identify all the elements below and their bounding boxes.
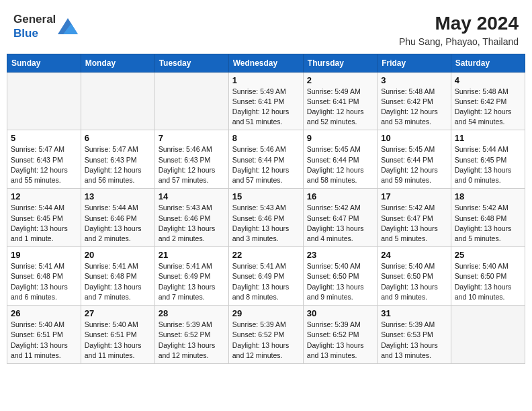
day-number: 6 [85, 133, 151, 143]
logo: General Blue [13, 12, 78, 40]
calendar-cell [7, 72, 81, 130]
day-info: Sunrise: 5:43 AM Sunset: 6:46 PM Dayligh… [232, 203, 300, 244]
day-number: 28 [159, 308, 225, 318]
calendar-cell: 16Sunrise: 5:42 AM Sunset: 6:47 PM Dayli… [303, 189, 377, 247]
day-number: 8 [232, 133, 300, 143]
day-info: Sunrise: 5:47 AM Sunset: 6:43 PM Dayligh… [85, 144, 151, 185]
day-info: Sunrise: 5:44 AM Sunset: 6:46 PM Dayligh… [85, 203, 151, 244]
day-info: Sunrise: 5:48 AM Sunset: 6:42 PM Dayligh… [455, 87, 521, 128]
day-number: 5 [11, 133, 77, 143]
day-info: Sunrise: 5:42 AM Sunset: 6:48 PM Dayligh… [455, 203, 521, 244]
day-info: Sunrise: 5:40 AM Sunset: 6:51 PM Dayligh… [85, 320, 151, 361]
day-info: Sunrise: 5:40 AM Sunset: 6:50 PM Dayligh… [307, 261, 373, 302]
day-number: 13 [85, 191, 151, 201]
day-info: Sunrise: 5:39 AM Sunset: 6:52 PM Dayligh… [159, 320, 225, 361]
month-year-title: May 2024 [399, 12, 519, 35]
day-info: Sunrise: 5:42 AM Sunset: 6:47 PM Dayligh… [307, 203, 373, 244]
day-info: Sunrise: 5:44 AM Sunset: 6:45 PM Dayligh… [11, 203, 77, 244]
day-info: Sunrise: 5:43 AM Sunset: 6:46 PM Dayligh… [159, 203, 225, 244]
day-info: Sunrise: 5:46 AM Sunset: 6:43 PM Dayligh… [159, 144, 225, 185]
day-number: 24 [381, 250, 447, 260]
week-row-1: 5Sunrise: 5:47 AM Sunset: 6:43 PM Daylig… [7, 130, 525, 189]
calendar-cell: 1Sunrise: 5:49 AM Sunset: 6:41 PM Daylig… [228, 72, 303, 130]
day-info: Sunrise: 5:48 AM Sunset: 6:42 PM Dayligh… [381, 87, 447, 128]
calendar-cell: 27Sunrise: 5:40 AM Sunset: 6:51 PM Dayli… [81, 306, 154, 364]
logo-blue-text: Blue [13, 27, 38, 40]
calendar-cell: 20Sunrise: 5:41 AM Sunset: 6:48 PM Dayli… [81, 247, 154, 306]
calendar-cell: 7Sunrise: 5:46 AM Sunset: 6:43 PM Daylig… [154, 130, 228, 189]
logo-icon [58, 18, 78, 34]
week-row-2: 12Sunrise: 5:44 AM Sunset: 6:45 PM Dayli… [7, 189, 525, 247]
calendar-header: SundayMondayTuesdayWednesdayThursdayFrid… [7, 54, 525, 72]
calendar-cell: 10Sunrise: 5:45 AM Sunset: 6:44 PM Dayli… [378, 130, 451, 189]
calendar-cell: 30Sunrise: 5:39 AM Sunset: 6:52 PM Dayli… [303, 306, 377, 364]
day-number: 7 [159, 133, 225, 143]
day-info: Sunrise: 5:49 AM Sunset: 6:41 PM Dayligh… [307, 87, 373, 128]
day-info: Sunrise: 5:42 AM Sunset: 6:47 PM Dayligh… [381, 203, 447, 244]
day-number: 16 [307, 191, 373, 201]
header-day-sunday: Sunday [7, 54, 81, 72]
calendar-cell: 24Sunrise: 5:40 AM Sunset: 6:50 PM Dayli… [378, 247, 451, 306]
calendar-cell: 25Sunrise: 5:40 AM Sunset: 6:50 PM Dayli… [451, 247, 525, 306]
header-day-friday: Friday [378, 54, 451, 72]
calendar-cell: 8Sunrise: 5:46 AM Sunset: 6:44 PM Daylig… [228, 130, 303, 189]
header-row: SundayMondayTuesdayWednesdayThursdayFrid… [7, 54, 525, 72]
day-info: Sunrise: 5:47 AM Sunset: 6:43 PM Dayligh… [11, 144, 77, 185]
day-number: 9 [307, 133, 373, 143]
calendar-cell: 12Sunrise: 5:44 AM Sunset: 6:45 PM Dayli… [7, 189, 81, 247]
day-info: Sunrise: 5:40 AM Sunset: 6:50 PM Dayligh… [455, 261, 521, 302]
week-row-3: 19Sunrise: 5:41 AM Sunset: 6:48 PM Dayli… [7, 247, 525, 306]
calendar-cell: 3Sunrise: 5:48 AM Sunset: 6:42 PM Daylig… [378, 72, 451, 130]
day-number: 22 [232, 250, 300, 260]
day-number: 23 [307, 250, 373, 260]
day-info: Sunrise: 5:41 AM Sunset: 6:49 PM Dayligh… [232, 261, 300, 302]
day-number: 21 [159, 250, 225, 260]
day-number: 25 [455, 250, 521, 260]
day-info: Sunrise: 5:41 AM Sunset: 6:49 PM Dayligh… [159, 261, 225, 302]
calendar-cell: 14Sunrise: 5:43 AM Sunset: 6:46 PM Dayli… [154, 189, 228, 247]
calendar-cell: 4Sunrise: 5:48 AM Sunset: 6:42 PM Daylig… [451, 72, 525, 130]
page-header: General Blue May 2024 Phu Sang, Phayao, … [7, 7, 525, 50]
day-info: Sunrise: 5:41 AM Sunset: 6:48 PM Dayligh… [85, 261, 151, 302]
calendar-cell: 29Sunrise: 5:39 AM Sunset: 6:52 PM Dayli… [228, 306, 303, 364]
title-block: May 2024 Phu Sang, Phayao, Thailand [399, 12, 519, 47]
calendar-table: SundayMondayTuesdayWednesdayThursdayFrid… [7, 54, 525, 364]
calendar-cell: 5Sunrise: 5:47 AM Sunset: 6:43 PM Daylig… [7, 130, 81, 189]
day-info: Sunrise: 5:45 AM Sunset: 6:44 PM Dayligh… [307, 144, 373, 185]
day-number: 4 [455, 75, 521, 85]
day-info: Sunrise: 5:49 AM Sunset: 6:41 PM Dayligh… [232, 87, 300, 128]
calendar-cell: 17Sunrise: 5:42 AM Sunset: 6:47 PM Dayli… [378, 189, 451, 247]
header-day-tuesday: Tuesday [154, 54, 228, 72]
calendar-cell [81, 72, 154, 130]
day-info: Sunrise: 5:41 AM Sunset: 6:48 PM Dayligh… [11, 261, 77, 302]
calendar-cell: 6Sunrise: 5:47 AM Sunset: 6:43 PM Daylig… [81, 130, 154, 189]
day-number: 30 [307, 308, 373, 318]
day-info: Sunrise: 5:45 AM Sunset: 6:44 PM Dayligh… [381, 144, 447, 185]
calendar-cell [154, 72, 228, 130]
day-number: 10 [381, 133, 447, 143]
calendar-cell: 18Sunrise: 5:42 AM Sunset: 6:48 PM Dayli… [451, 189, 525, 247]
day-number: 19 [11, 250, 77, 260]
day-number: 2 [307, 75, 373, 85]
day-info: Sunrise: 5:40 AM Sunset: 6:51 PM Dayligh… [11, 320, 77, 361]
day-number: 31 [381, 308, 447, 318]
day-number: 18 [455, 191, 521, 201]
header-day-thursday: Thursday [303, 54, 377, 72]
calendar-cell: 11Sunrise: 5:44 AM Sunset: 6:45 PM Dayli… [451, 130, 525, 189]
calendar-cell: 28Sunrise: 5:39 AM Sunset: 6:52 PM Dayli… [154, 306, 228, 364]
logo-general-text: General [13, 13, 56, 26]
calendar-cell: 22Sunrise: 5:41 AM Sunset: 6:49 PM Dayli… [228, 247, 303, 306]
day-number: 14 [159, 191, 225, 201]
calendar-cell: 13Sunrise: 5:44 AM Sunset: 6:46 PM Dayli… [81, 189, 154, 247]
day-number: 17 [381, 191, 447, 201]
calendar-cell: 26Sunrise: 5:40 AM Sunset: 6:51 PM Dayli… [7, 306, 81, 364]
day-info: Sunrise: 5:39 AM Sunset: 6:52 PM Dayligh… [232, 320, 300, 361]
calendar-cell: 23Sunrise: 5:40 AM Sunset: 6:50 PM Dayli… [303, 247, 377, 306]
day-number: 26 [11, 308, 77, 318]
day-number: 3 [381, 75, 447, 85]
calendar-cell: 31Sunrise: 5:39 AM Sunset: 6:53 PM Dayli… [378, 306, 451, 364]
calendar-cell: 15Sunrise: 5:43 AM Sunset: 6:46 PM Dayli… [228, 189, 303, 247]
day-number: 11 [455, 133, 521, 143]
calendar-body: 1Sunrise: 5:49 AM Sunset: 6:41 PM Daylig… [7, 72, 525, 363]
header-day-monday: Monday [81, 54, 154, 72]
